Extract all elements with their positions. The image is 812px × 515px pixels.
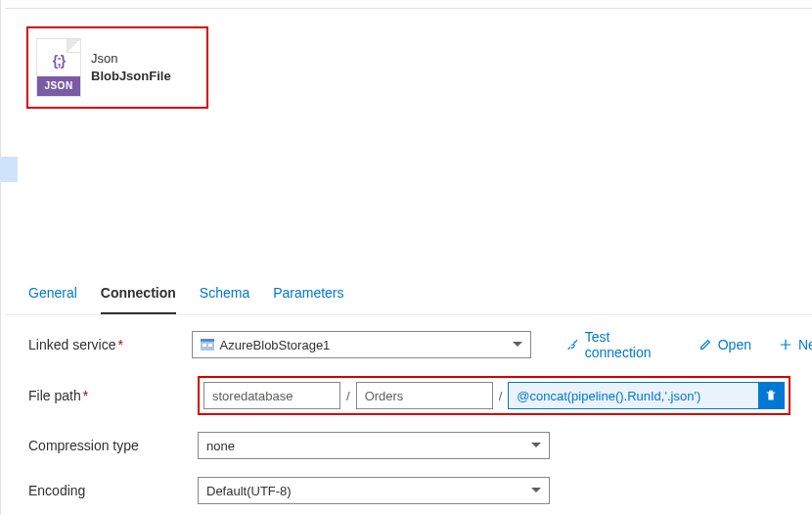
json-file-icon: {;} JSON <box>36 38 81 97</box>
file-path-sep-2: / <box>497 389 505 403</box>
svg-rect-2 <box>203 344 206 347</box>
chevron-down-icon <box>513 342 522 347</box>
tab-connection[interactable]: Connection <box>101 275 176 314</box>
json-band: JSON <box>37 76 80 96</box>
storage-icon <box>201 339 214 351</box>
dataset-name: BlobJsonFile <box>91 69 171 83</box>
dataset-type: Json <box>91 51 171 66</box>
file-path-group: / / <box>198 376 790 415</box>
encoding-value: Default(UTF-8) <box>206 484 292 498</box>
tab-schema[interactable]: Schema <box>200 275 249 314</box>
row-file-path: File path* / / <box>28 376 812 415</box>
dataset-card[interactable]: {;} JSON Json BlobJsonFile <box>26 26 208 109</box>
tab-parameters[interactable]: Parameters <box>273 275 343 314</box>
new-button[interactable]: New <box>779 329 812 360</box>
top-divider <box>5 0 812 9</box>
plug-icon <box>566 338 579 351</box>
json-braces: {;} <box>37 53 80 69</box>
test-connection-button[interactable]: Test connection <box>566 329 671 360</box>
row-encoding: Encoding Default(UTF-8) <box>28 476 812 505</box>
plus-icon <box>779 338 792 351</box>
pencil-icon <box>699 338 712 351</box>
linked-service-label: Linked service* <box>28 337 184 352</box>
file-path-container-input[interactable] <box>203 382 340 409</box>
row-compression: Compression type none <box>28 431 812 460</box>
compression-dropdown[interactable]: none <box>198 432 550 459</box>
file-path-delete-button[interactable] <box>758 383 784 408</box>
linked-service-value: AzureBlobStorage1 <box>220 338 331 352</box>
file-path-label: File path* <box>28 388 190 403</box>
svg-rect-0 <box>201 339 214 342</box>
row-linked-service: Linked service* AzureBlobStorage1 <box>28 329 812 360</box>
file-path-folder-input[interactable] <box>356 382 493 409</box>
file-path-sep-1: / <box>344 389 352 403</box>
svg-rect-3 <box>208 344 212 347</box>
chevron-down-icon <box>531 488 541 492</box>
file-path-expression-input[interactable] <box>509 383 758 408</box>
linked-service-dropdown[interactable]: AzureBlobStorage1 <box>192 331 531 358</box>
chevron-down-icon <box>531 443 541 447</box>
tab-general[interactable]: General <box>28 275 77 314</box>
design-canvas: {;} JSON Json BlobJsonFile <box>5 9 812 269</box>
encoding-label: Encoding <box>28 483 190 498</box>
trash-icon <box>764 389 778 402</box>
compression-label: Compression type <box>28 438 190 453</box>
compression-value: none <box>206 439 235 453</box>
file-path-expression-wrap <box>508 382 785 409</box>
tabs-bar: General Connection Schema Parameters <box>5 275 812 315</box>
encoding-dropdown[interactable]: Default(UTF-8) <box>198 477 550 504</box>
open-button[interactable]: Open <box>699 329 751 360</box>
